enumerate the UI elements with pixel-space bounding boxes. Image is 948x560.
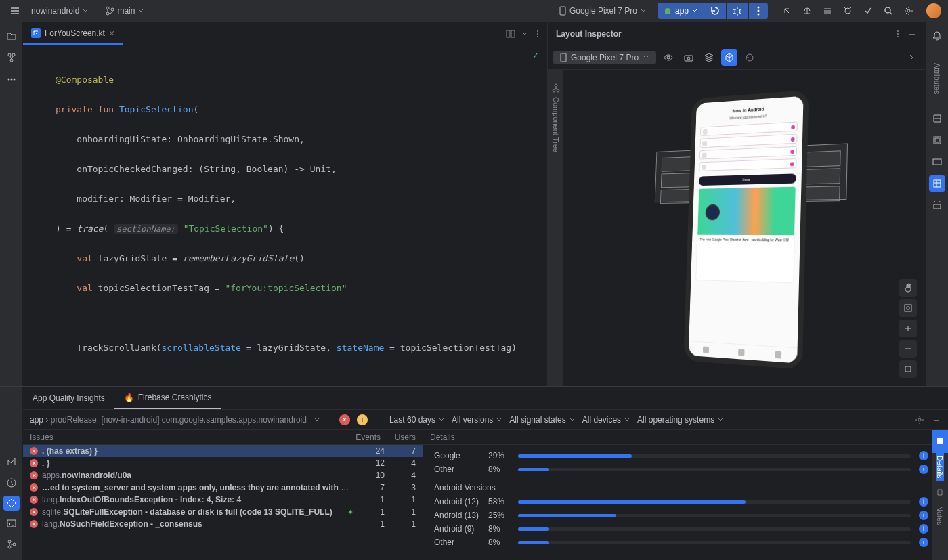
- phone-icon: [559, 6, 567, 16]
- expand-right-button[interactable]: [903, 49, 920, 66]
- bell-icon: [932, 30, 943, 41]
- error-badge[interactable]: ✕: [339, 414, 350, 425]
- issue-row[interactable]: ✕sqlite.SQLiteFullException - database o…: [23, 506, 423, 518]
- notes-tab[interactable]: [932, 481, 948, 503]
- issue-row[interactable]: ✕. (has extras) }247: [23, 445, 423, 457]
- zoom-in-button[interactable]: [899, 320, 917, 337]
- refresh-button[interactable]: [741, 49, 758, 66]
- action-icon-5[interactable]: [860, 3, 876, 19]
- issue-row[interactable]: ✕. }124: [23, 457, 423, 469]
- inspector-minimize-button[interactable]: [907, 29, 917, 39]
- info-icon[interactable]: i: [919, 538, 928, 547]
- attributes-tab-label[interactable]: Attributes: [933, 63, 941, 94]
- tab-options-dropdown[interactable]: [521, 30, 528, 37]
- panel-minimize-button[interactable]: [932, 415, 941, 425]
- right-tool-5[interactable]: [929, 197, 945, 213]
- issue-row[interactable]: ✕lang.IndexOutOfBoundsException - Index:…: [23, 494, 423, 506]
- main-menu-icon[interactable]: [7, 3, 23, 19]
- bottom-tool-1[interactable]: [3, 454, 20, 469]
- error-icon: ✕: [30, 459, 38, 467]
- app-quality-tool-button[interactable]: [3, 496, 20, 511]
- more-tools-button[interactable]: [3, 71, 20, 87]
- tab-more-button[interactable]: [534, 28, 542, 39]
- export-button[interactable]: [701, 49, 717, 66]
- issue-row[interactable]: ✕lang.NoSuchFieldException - _consensus1…: [23, 518, 423, 530]
- svg-point-11: [8, 53, 11, 56]
- issue-row[interactable]: ✕…ed to system_server and system apps on…: [23, 481, 423, 494]
- right-tool-1[interactable]: [929, 110, 945, 127]
- zoom-fit-button[interactable]: [899, 299, 917, 317]
- more-horizontal-icon: [6, 74, 17, 85]
- chevron-down-icon: [82, 7, 89, 14]
- settings-button[interactable]: [901, 3, 917, 19]
- project-tool-button[interactable]: [3, 28, 20, 44]
- terminal-tool-button[interactable]: [3, 516, 20, 531]
- zoom-out-button[interactable]: [899, 340, 917, 358]
- inspector-more-button[interactable]: [894, 29, 902, 39]
- camera-icon: [683, 52, 694, 63]
- user-avatar[interactable]: [926, 3, 941, 18]
- tab-crashlytics[interactable]: 🔥 Firebase Crashlytics: [114, 387, 221, 409]
- info-icon[interactable]: i: [919, 497, 928, 507]
- live-updates-button[interactable]: [660, 49, 676, 66]
- inspector-3d-view[interactable]: Now in Android What are you interested i…: [564, 70, 925, 386]
- project-selector[interactable]: nowinandroid: [26, 3, 94, 18]
- devices-filter[interactable]: All devices: [582, 415, 630, 425]
- chevron-down-icon[interactable]: [314, 416, 320, 423]
- action-icon-3[interactable]: [819, 3, 836, 19]
- warning-badge[interactable]: !: [357, 414, 368, 425]
- device-selector[interactable]: Google Pixel 7 Pro: [553, 3, 652, 18]
- os-filter[interactable]: All operating systems: [637, 415, 724, 425]
- panel-settings-button[interactable]: [914, 414, 925, 425]
- search-button[interactable]: [880, 3, 897, 19]
- stat-row: Android (12)58%i: [434, 495, 937, 509]
- zoom-controls: [899, 279, 917, 378]
- close-tab-button[interactable]: ×: [109, 28, 114, 39]
- component-tree-tab[interactable]: Component Tree: [548, 70, 564, 386]
- time-filter[interactable]: Last 60 days: [389, 415, 445, 425]
- run-config-selector[interactable]: app: [658, 3, 704, 18]
- structure-tool-button[interactable]: [3, 49, 20, 66]
- top-right-actions: [779, 3, 941, 19]
- details-body: Google29%iOther8%i Android Versions Andr…: [423, 445, 948, 560]
- versions-filter[interactable]: All versions: [452, 415, 502, 425]
- branch-selector[interactable]: main: [100, 3, 150, 18]
- action-icon-1[interactable]: [779, 3, 795, 19]
- users-value: 1: [389, 495, 416, 504]
- pan-button[interactable]: [899, 279, 917, 297]
- debug-button[interactable]: [726, 3, 748, 19]
- action-icon-2[interactable]: [799, 3, 815, 19]
- mode-3d-button[interactable]: [721, 49, 737, 66]
- info-icon[interactable]: i: [919, 465, 928, 474]
- bottom-content: App Quality Insights 🔥 Firebase Crashlyt…: [23, 387, 948, 560]
- info-icon[interactable]: i: [919, 524, 928, 534]
- signal-filter[interactable]: All signal states: [509, 415, 575, 425]
- events-value: 1: [358, 495, 385, 504]
- code-editor[interactable]: ✓ @Composable private fun TopicSelection…: [23, 45, 547, 386]
- tab-app-quality[interactable]: App Quality Insights: [23, 387, 114, 409]
- file-tab[interactable]: ForYouScreen.kt ×: [23, 22, 123, 45]
- right-tool-3[interactable]: [929, 154, 945, 170]
- split-view-button[interactable]: [505, 28, 516, 39]
- vcs-tool-button[interactable]: [3, 537, 20, 552]
- notifications-button[interactable]: [929, 28, 945, 44]
- issue-row[interactable]: ✕apps.nowinandroid/u0a104: [23, 469, 423, 481]
- action-icon-4[interactable]: [840, 3, 856, 19]
- users-value: 3: [389, 483, 416, 492]
- more-actions-button[interactable]: [748, 3, 768, 19]
- bottom-tool-2[interactable]: [3, 475, 20, 490]
- kotlin-file-icon: [31, 28, 41, 38]
- inspector-device-selector[interactable]: Google Pixel 7 Pro: [553, 51, 656, 64]
- tree-icon: [551, 83, 561, 93]
- restart-button[interactable]: [704, 3, 726, 19]
- gear-icon: [903, 5, 914, 16]
- right-tool-2[interactable]: [929, 132, 945, 148]
- zoom-reset-button[interactable]: [899, 360, 917, 378]
- snapshot-button[interactable]: [681, 49, 697, 66]
- details-tab[interactable]: [932, 430, 948, 453]
- events-value: 10: [358, 471, 385, 480]
- users-value: 1: [389, 519, 416, 529]
- info-icon[interactable]: i: [919, 511, 928, 520]
- layout-inspector-tool-button[interactable]: [929, 175, 945, 192]
- info-icon[interactable]: i: [919, 451, 928, 460]
